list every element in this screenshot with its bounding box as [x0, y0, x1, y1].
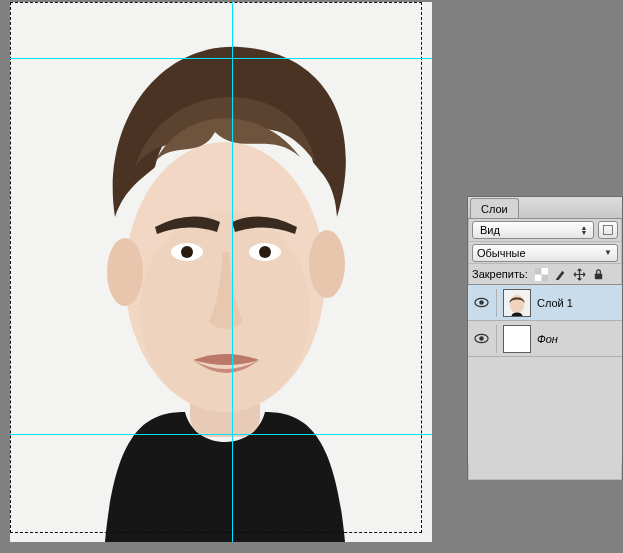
lock-label: Закрепить:: [472, 268, 528, 280]
guide-horizontal-bottom[interactable]: [10, 434, 432, 435]
tab-layers[interactable]: Слои: [470, 198, 519, 218]
layer-list[interactable]: Слой 1 Фон: [468, 285, 622, 463]
lock-position-icon[interactable]: [573, 267, 587, 281]
panel-tabbar: Слои: [468, 197, 622, 219]
lock-paint-icon[interactable]: [554, 267, 568, 281]
svg-point-19: [510, 294, 525, 313]
layer-filter-row: Вид ▲▼: [468, 219, 622, 241]
visibility-toggle-icon[interactable]: [472, 330, 490, 348]
chevron-down-icon: ▼: [603, 250, 613, 255]
stepper-arrows-icon: ▲▼: [579, 225, 589, 235]
svg-rect-11: [604, 226, 613, 235]
separator: [496, 325, 497, 353]
layer-row-layer1[interactable]: Слой 1: [468, 285, 622, 321]
blend-mode-label: Обычные: [477, 247, 526, 259]
layer-name-label[interactable]: Фон: [537, 333, 558, 345]
guide-vertical-center[interactable]: [232, 2, 233, 542]
lock-all-icon[interactable]: [592, 267, 606, 281]
layer-thumbnail[interactable]: [503, 325, 531, 353]
lock-transparency-icon[interactable]: [535, 267, 549, 281]
layer-row-background[interactable]: Фон: [468, 321, 622, 357]
svg-rect-22: [504, 326, 530, 352]
svg-rect-15: [595, 273, 602, 279]
blend-mode-dropdown[interactable]: Обычные ▼: [472, 244, 618, 262]
layer-filter-label: Вид: [480, 224, 500, 236]
lock-controls-row: Закрепить:: [468, 263, 622, 285]
selection-marquee: [10, 2, 422, 533]
visibility-toggle-icon[interactable]: [472, 294, 490, 312]
layers-panel: Слои Вид ▲▼ Обычные ▼ Закрепить:: [467, 196, 623, 480]
layer-thumbnail[interactable]: [503, 289, 531, 317]
blend-mode-row: Обычные ▼: [468, 241, 622, 263]
layer-name-label[interactable]: Слой 1: [537, 297, 573, 309]
layer-filter-dropdown[interactable]: Вид ▲▼: [472, 221, 594, 239]
svg-rect-13: [535, 268, 542, 275]
svg-rect-14: [542, 274, 549, 281]
document-canvas[interactable]: [10, 2, 432, 542]
guide-horizontal-top[interactable]: [10, 58, 432, 59]
svg-point-17: [479, 300, 484, 305]
separator: [496, 289, 497, 317]
filter-button-1[interactable]: [598, 221, 618, 239]
svg-point-21: [479, 336, 484, 341]
